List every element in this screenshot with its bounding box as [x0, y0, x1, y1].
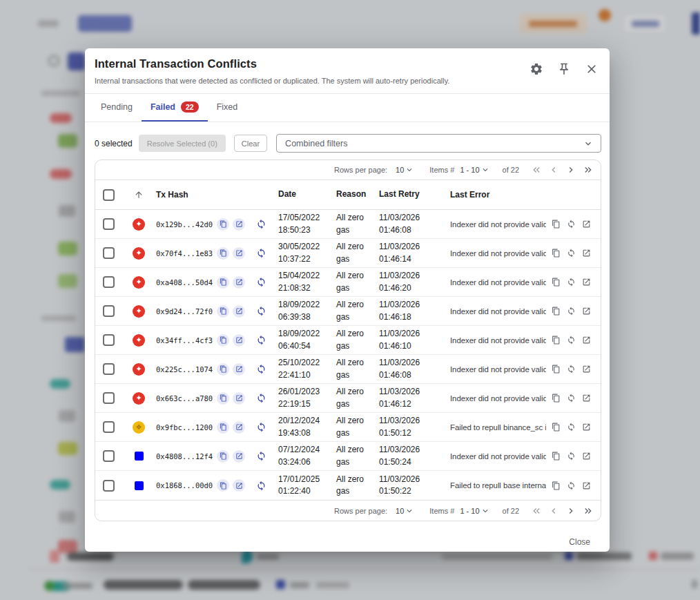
row-checkbox[interactable] [103, 334, 115, 346]
open-explorer-button[interactable] [233, 421, 245, 434]
copy-hash-button[interactable] [217, 363, 229, 376]
close-icon-button[interactable] [585, 62, 599, 76]
open-row-button[interactable] [582, 365, 591, 374]
open-row-button[interactable] [582, 336, 591, 345]
next-page-button[interactable] [562, 503, 579, 519]
table-row: 0x1868...00d0 17/01/2025 01:22:40 All ze… [95, 471, 601, 500]
sync-icon [256, 451, 266, 461]
copy-hash-button[interactable] [217, 334, 229, 347]
copy-hash-button[interactable] [217, 276, 229, 289]
open-explorer-button[interactable] [233, 363, 245, 376]
tab-fixed[interactable]: Fixed [208, 94, 247, 122]
copy-hash-button[interactable] [217, 392, 229, 405]
tab-failed[interactable]: Failed 22 [142, 94, 208, 122]
row-checkbox[interactable] [103, 276, 115, 288]
open-explorer-button[interactable] [233, 305, 245, 318]
copy-error-button[interactable] [552, 278, 561, 287]
copy-error-button[interactable] [552, 336, 561, 345]
sort-button[interactable] [134, 190, 144, 200]
open-explorer-button[interactable] [233, 392, 245, 405]
tab-pending[interactable]: Pending [92, 94, 142, 122]
open-explorer-button[interactable] [233, 450, 245, 463]
previous-page-button[interactable] [545, 503, 562, 519]
copy-error-button[interactable] [552, 249, 561, 258]
first-page-button[interactable] [527, 503, 545, 519]
open-explorer-button[interactable] [233, 479, 245, 492]
copy-error-button[interactable] [552, 481, 561, 490]
resolve-selected-button[interactable]: Resolve Selected (0) [139, 135, 226, 152]
retry-row-button[interactable] [567, 220, 576, 229]
row-checkbox[interactable] [103, 450, 115, 462]
last-error-text: Indexer did not provide valid ... [450, 220, 546, 229]
retry-transaction-button[interactable] [256, 481, 266, 491]
retry-transaction-button[interactable] [256, 451, 266, 461]
settings-button[interactable] [529, 62, 543, 76]
combined-filters-select[interactable]: Combined filters [276, 134, 601, 153]
rows-per-page-select[interactable]: 10 [396, 165, 414, 175]
retry-row-button[interactable] [567, 336, 576, 345]
retry-transaction-button[interactable] [256, 219, 266, 229]
row-checkbox[interactable] [103, 218, 115, 230]
copy-error-button[interactable] [552, 423, 561, 432]
previous-page-button[interactable] [545, 162, 562, 178]
copy-hash-button[interactable] [217, 421, 229, 434]
rows-per-page-select[interactable]: 10 [396, 506, 414, 516]
next-page-button[interactable] [562, 162, 579, 178]
close-button[interactable]: Close [563, 534, 596, 550]
open-row-button[interactable] [582, 394, 591, 403]
copy-error-button[interactable] [552, 452, 561, 461]
open-explorer-button[interactable] [233, 218, 245, 231]
open-row-button[interactable] [582, 249, 591, 258]
copy-error-button[interactable] [552, 365, 561, 374]
copy-hash-button[interactable] [217, 218, 229, 231]
row-checkbox[interactable] [103, 480, 115, 492]
copy-hash-button[interactable] [217, 247, 229, 260]
copy-error-button[interactable] [552, 394, 561, 403]
last-page-button[interactable] [579, 162, 596, 178]
row-checkbox[interactable] [103, 305, 115, 317]
clear-button[interactable]: Clear [234, 135, 267, 152]
row-checkbox[interactable] [103, 421, 115, 433]
open-row-button[interactable] [582, 481, 591, 490]
open-explorer-button[interactable] [233, 247, 245, 260]
retry-row-button[interactable] [567, 452, 576, 461]
retry-row-button[interactable] [567, 423, 576, 432]
row-checkbox[interactable] [103, 247, 115, 259]
row-checkbox[interactable] [103, 363, 115, 375]
retry-row-button[interactable] [567, 394, 576, 403]
open-row-button[interactable] [582, 452, 591, 461]
retry-transaction-button[interactable] [256, 248, 266, 258]
retry-transaction-button[interactable] [256, 335, 266, 345]
retry-row-button[interactable] [567, 278, 576, 287]
retry-transaction-button[interactable] [256, 422, 266, 432]
copy-error-button[interactable] [552, 220, 561, 229]
open-explorer-button[interactable] [233, 334, 245, 347]
retry-time-value: 01:46:14 [379, 253, 450, 265]
open-row-button[interactable] [582, 423, 591, 432]
retry-row-button[interactable] [567, 481, 576, 490]
pin-button[interactable] [557, 62, 571, 76]
open-row-button[interactable] [582, 278, 591, 287]
retry-transaction-button[interactable] [256, 277, 266, 287]
retry-transaction-button[interactable] [256, 306, 266, 316]
open-row-button[interactable] [582, 307, 591, 316]
retry-transaction-button[interactable] [256, 364, 266, 374]
table-row: 0x663c...a780 26/01/2023 22:19:15 All ze… [95, 384, 601, 413]
retry-row-button[interactable] [567, 307, 576, 316]
row-checkbox[interactable] [103, 392, 115, 404]
items-range-select[interactable]: 1 - 10 [460, 165, 489, 175]
select-all-checkbox[interactable] [103, 189, 115, 201]
open-row-button[interactable] [582, 220, 591, 229]
copy-hash-button[interactable] [217, 479, 229, 492]
items-range-select[interactable]: 1 - 10 [460, 506, 489, 516]
retry-row-button[interactable] [567, 249, 576, 258]
dialog-footer: Close [85, 521, 610, 550]
retry-transaction-button[interactable] [256, 393, 266, 403]
copy-hash-button[interactable] [217, 450, 229, 463]
open-explorer-button[interactable] [233, 276, 245, 289]
copy-error-button[interactable] [552, 307, 561, 316]
last-page-button[interactable] [579, 503, 596, 519]
retry-row-button[interactable] [567, 365, 576, 374]
copy-hash-button[interactable] [217, 305, 229, 318]
first-page-button[interactable] [527, 162, 545, 178]
